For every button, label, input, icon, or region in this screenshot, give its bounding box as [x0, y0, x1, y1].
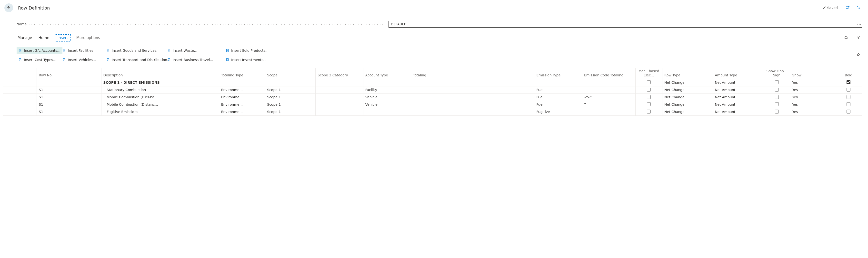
cell-description[interactable]: Mobile Combustion (Distanc... — [101, 101, 219, 108]
name-lookup-button[interactable]: ⋯ — [857, 22, 862, 27]
row-selector[interactable] — [3, 79, 37, 86]
cell-description[interactable]: SCOPE 1 - DIRECT EMISSIONS — [101, 79, 219, 86]
cell-scope3-category[interactable] — [316, 108, 363, 115]
insert-facilities-button[interactable]: Insert Facilities... — [61, 47, 98, 54]
cell-totaling-type[interactable]: Environme... — [219, 108, 265, 115]
col-description[interactable]: Description — [101, 68, 219, 79]
col-totaling[interactable]: Totaling — [411, 68, 534, 79]
cell-show[interactable]: Yes — [790, 93, 835, 101]
checkbox[interactable] — [775, 80, 779, 84]
cell-row-no[interactable]: S1 — [37, 93, 101, 101]
cell-scope3-category[interactable] — [316, 101, 363, 108]
cell-row-type[interactable]: Net Change — [662, 93, 713, 101]
cell-emission-code-totaling[interactable] — [582, 86, 636, 93]
cell-emission-type[interactable]: Fugitive — [534, 108, 582, 115]
cell-scope[interactable]: Scope 1 — [265, 86, 316, 93]
tab-home[interactable]: Home — [37, 35, 50, 40]
tab-manage[interactable]: Manage — [17, 35, 33, 40]
cell-totaling-type[interactable]: Environme... — [219, 93, 265, 101]
collapse-factbox-button[interactable] — [854, 4, 862, 12]
insert-cost-types-button[interactable]: Insert Cost Types... — [17, 56, 58, 63]
col-scope3-category[interactable]: Scope 3 Category — [316, 68, 363, 79]
checkbox[interactable] — [775, 95, 779, 99]
cell-row-no[interactable]: S1 — [37, 101, 101, 108]
cell-account-type[interactable] — [363, 108, 411, 115]
back-button[interactable] — [4, 3, 13, 12]
cell-show[interactable]: Yes — [790, 101, 835, 108]
cell-amount-type[interactable]: Net Amount — [713, 101, 763, 108]
cell-totaling[interactable] — [411, 101, 534, 108]
col-show[interactable]: Show — [790, 68, 835, 79]
cell-show-opp-sign[interactable] — [763, 79, 790, 86]
cell-row-no[interactable]: S1 — [37, 108, 101, 115]
cell-emission-code-totaling[interactable] — [582, 79, 636, 86]
insert-vehicles-button[interactable]: Insert Vehicles... — [61, 56, 98, 63]
cell-show-opp-sign[interactable] — [763, 86, 790, 93]
checkbox[interactable] — [775, 88, 779, 91]
table-row[interactable]: S1Fugitive EmissionsEnvironme...Scope 1F… — [3, 108, 862, 115]
cell-bold[interactable] — [835, 86, 862, 93]
cell-totaling-type[interactable]: Environme... — [219, 86, 265, 93]
insert-waste-button[interactable]: Insert Waste... — [165, 47, 199, 54]
col-emission-code-totaling[interactable]: Emission Code Totaling — [582, 68, 636, 79]
col-amount-type[interactable]: Amount Type — [713, 68, 763, 79]
checkbox[interactable] — [846, 80, 850, 84]
cell-account-type[interactable]: Vehicle — [363, 101, 411, 108]
col-market-based-elec[interactable]: Mar... based Elec... — [635, 68, 662, 79]
checkbox[interactable] — [846, 88, 850, 91]
cell-amount-type[interactable]: Net Amount — [713, 86, 763, 93]
tab-more-options[interactable]: More options — [75, 35, 101, 40]
checkbox[interactable] — [775, 102, 779, 106]
rows-grid[interactable]: Row No. Description Totaling Type Scope … — [3, 68, 862, 116]
checkbox[interactable] — [846, 102, 850, 106]
cell-amount-type[interactable]: Net Amount — [713, 79, 763, 86]
cell-totaling[interactable] — [411, 93, 534, 101]
cell-description[interactable]: Stationary Combustion — [101, 86, 219, 93]
cell-totaling[interactable] — [411, 108, 534, 115]
checkbox[interactable] — [846, 110, 850, 114]
insert-sold-products-button[interactable]: Insert Sold Products... — [224, 47, 271, 54]
cell-scope[interactable]: Scope 1 — [265, 93, 316, 101]
cell-row-type[interactable]: Net Change — [662, 79, 713, 86]
cell-totaling[interactable] — [411, 86, 534, 93]
cell-bold[interactable] — [835, 108, 862, 115]
cell-market-based-elec[interactable] — [635, 86, 662, 93]
row-selector[interactable] — [3, 86, 37, 93]
table-row[interactable]: S1Mobile Combustion (Distanc...Environme… — [3, 101, 862, 108]
cell-row-type[interactable]: Net Change — [662, 101, 713, 108]
cell-show[interactable]: Yes — [790, 79, 835, 86]
cell-show[interactable]: Yes — [790, 108, 835, 115]
insert-business-travel-button[interactable]: Insert Business Travel... — [165, 56, 215, 63]
cell-show[interactable]: Yes — [790, 86, 835, 93]
checkbox[interactable] — [846, 95, 850, 99]
insert-investments-button[interactable]: Insert Investments... — [224, 56, 269, 63]
col-emission-type[interactable]: Emission Type — [534, 68, 582, 79]
insert-goods-services-button[interactable]: Insert Goods and Services... — [104, 47, 161, 54]
cell-account-type[interactable]: Facility — [363, 86, 411, 93]
cell-scope3-category[interactable] — [316, 79, 363, 86]
insert-transport-button[interactable]: Insert Transport and Distribution... — [104, 56, 173, 63]
checkbox[interactable] — [647, 88, 651, 91]
col-selector[interactable] — [3, 68, 37, 79]
cell-row-type[interactable]: Net Change — [662, 108, 713, 115]
share-button[interactable] — [842, 34, 850, 42]
col-show-opp-sign[interactable]: Show Opp... Sign — [763, 68, 790, 79]
tab-insert[interactable]: Insert — [55, 34, 71, 41]
cell-market-based-elec[interactable] — [635, 93, 662, 101]
cell-totaling-type[interactable] — [219, 79, 265, 86]
table-row[interactable]: S1Stationary CombustionEnvironme...Scope… — [3, 86, 862, 93]
cell-scope[interactable]: Scope 1 — [265, 101, 316, 108]
cell-show-opp-sign[interactable] — [763, 101, 790, 108]
cell-emission-code-totaling[interactable]: <>'' — [582, 93, 636, 101]
row-selector[interactable] — [3, 101, 37, 108]
cell-account-type[interactable]: Vehicle — [363, 93, 411, 101]
cell-bold[interactable] — [835, 93, 862, 101]
cell-scope3-category[interactable] — [316, 93, 363, 101]
row-selector[interactable] — [3, 93, 37, 101]
name-field[interactable] — [389, 21, 862, 28]
cell-totaling-type[interactable]: Environme... — [219, 101, 265, 108]
cell-description[interactable]: Mobile Combustion (Fuel-ba... — [101, 93, 219, 101]
cell-market-based-elec[interactable] — [635, 108, 662, 115]
filter-button[interactable] — [854, 34, 862, 42]
cell-market-based-elec[interactable] — [635, 79, 662, 86]
